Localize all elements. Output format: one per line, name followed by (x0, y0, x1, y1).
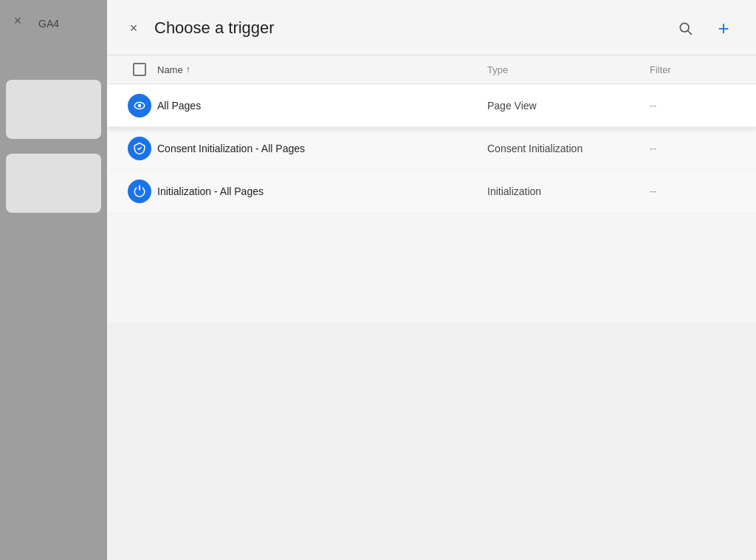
sidebar-panel: × GA4 (0, 0, 107, 560)
trigger-type-initialization: Initialization (487, 185, 650, 197)
select-all-checkbox[interactable] (133, 63, 146, 76)
shield-icon (133, 142, 146, 155)
sort-arrow-icon: ↑ (186, 64, 190, 75)
trigger-name-consent-init: Consent Initialization - All Pages (157, 143, 487, 154)
modal-header: × Choose a trigger + (107, 0, 756, 55)
consent-trigger-icon (128, 137, 151, 160)
trigger-filter-all-pages: -- (650, 100, 738, 112)
table-header: Name ↑ Type Filter (107, 55, 756, 84)
sidebar-app-label: GA4 (35, 18, 59, 30)
sidebar-close-button[interactable]: × (6, 9, 30, 33)
trigger-name-initialization: Initialization - All Pages (157, 185, 487, 197)
type-column-header: Type (487, 64, 650, 75)
trigger-filter-consent-init: -- (650, 143, 738, 154)
svg-line-1 (688, 31, 692, 35)
modal-close-button[interactable]: × (122, 16, 145, 40)
name-column-header[interactable]: Name ↑ (157, 64, 487, 75)
table-empty-area (107, 322, 756, 560)
sidebar-card-1 (6, 80, 101, 139)
svg-point-3 (138, 103, 142, 107)
page-view-trigger-icon (128, 94, 151, 117)
triggers-list: All Pages Page View -- Cons (107, 84, 756, 322)
trigger-name-all-pages: All Pages (157, 100, 487, 112)
trigger-type-all-pages: Page View (487, 100, 650, 112)
trigger-row-all-pages[interactable]: All Pages Page View -- (107, 84, 756, 127)
checkbox-column-header (122, 63, 157, 76)
row-icon-col-1 (122, 94, 157, 117)
trigger-row-consent-init[interactable]: Consent Initialization - All Pages Conse… (107, 127, 756, 170)
trigger-type-consent-init: Consent Initialization (487, 143, 650, 154)
sidebar-card-2 (6, 154, 101, 213)
search-button[interactable] (670, 13, 700, 43)
search-icon (678, 21, 693, 35)
power-icon (133, 185, 146, 198)
row-icon-col-3 (122, 180, 157, 203)
trigger-chooser-modal: × Choose a trigger + Name ↑ Type Filter (107, 0, 756, 560)
add-trigger-button[interactable]: + (709, 13, 738, 43)
initialization-trigger-icon (128, 180, 151, 203)
trigger-row-initialization[interactable]: Initialization - All Pages Initializatio… (107, 170, 756, 213)
row-icon-col-2 (122, 137, 157, 160)
eye-icon (133, 99, 146, 112)
trigger-filter-initialization: -- (650, 185, 738, 197)
modal-title: Choose a trigger (154, 18, 662, 38)
filter-column-header: Filter (650, 64, 738, 75)
